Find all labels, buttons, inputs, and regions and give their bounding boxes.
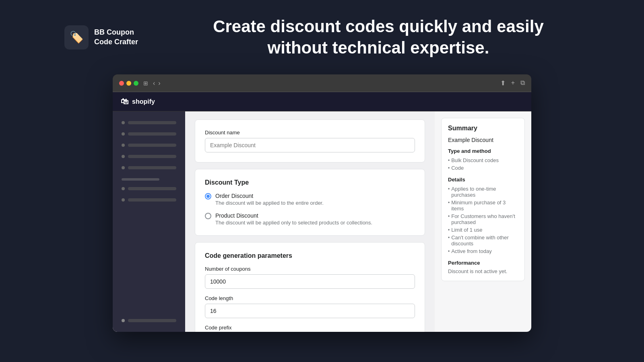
summary-discount-name: Example Discount: [448, 137, 518, 143]
code-generation-title: Code generation parameters: [205, 252, 415, 259]
discount-type-radio-group: Order Discount The discount will be appl…: [205, 193, 415, 226]
shopify-bag-icon: 🛍: [121, 97, 129, 106]
back-button[interactable]: ‹: [153, 80, 155, 87]
summary-title: Summary: [448, 125, 518, 132]
sidebar-item-1[interactable]: [118, 118, 180, 128]
sidebar-dot-1: [122, 121, 125, 124]
radio-product-discount[interactable]: Product Discount The discount will be ap…: [205, 212, 415, 226]
window-layout-icon[interactable]: ⊞: [143, 80, 148, 86]
app-name-line2: Code Crafter: [94, 38, 138, 46]
sidebar-bottom-item[interactable]: [118, 316, 180, 325]
summary-detail-2: Minimum purchase of 3 items: [448, 199, 518, 212]
radio-product-desc: The discount will be applied only to sel…: [215, 220, 372, 226]
sidebar-dot-2: [122, 132, 125, 136]
sidebar-label-2: [128, 132, 176, 136]
code-length-input[interactable]: [205, 304, 415, 318]
sidebar-label-1: [128, 121, 176, 124]
logo-block: 🏷️ BB Coupon Code Crafter: [64, 25, 153, 49]
summary-details-list: Applies to one-time purchases Minimum pu…: [448, 185, 518, 255]
discount-name-input[interactable]: [205, 138, 415, 152]
summary-type-method-title: Type and method: [448, 148, 518, 154]
shopify-text: shopify: [132, 98, 155, 105]
summary-performance-text: Discount is not active yet.: [448, 268, 518, 274]
summary-performance-title: Performance: [448, 260, 518, 266]
summary-detail-4: Limit of 1 use: [448, 226, 518, 234]
sidebar-dot-5: [122, 166, 125, 169]
radio-order-discount[interactable]: Order Discount The discount will be appl…: [205, 193, 415, 206]
num-coupons-input[interactable]: [205, 274, 415, 289]
dot-green[interactable]: [134, 81, 138, 86]
code-prefix-label: Code prefix: [205, 325, 415, 331]
sidebar-sub-item-1[interactable]: [118, 184, 180, 193]
discount-name-label: Discount name: [205, 130, 415, 136]
sidebar-sub-label-1: [128, 187, 176, 190]
copy-icon[interactable]: ⧉: [520, 79, 525, 87]
summary-type-method-list: Bulk Discount codes Code: [448, 156, 518, 172]
code-prefix-group: Code prefix: [205, 325, 415, 332]
summary-type-item-1: Bulk Discount codes: [448, 156, 518, 164]
radio-product-label: Product Discount: [215, 212, 372, 219]
radio-order-circle: [205, 193, 211, 200]
main-form-area: Discount name Discount Type Order Discou…: [185, 111, 435, 332]
sidebar-bottom-label: [128, 319, 176, 322]
sidebar-bottom-dot: [122, 319, 125, 322]
app-name-line1: BB Coupon: [94, 28, 134, 36]
shopify-logo: 🛍 shopify: [121, 97, 155, 106]
dot-red[interactable]: [119, 81, 124, 86]
shopify-navbar: 🛍 shopify: [113, 92, 531, 111]
forward-button[interactable]: ›: [158, 80, 160, 87]
sidebar-sub-dot-1: [122, 187, 125, 190]
top-section: 🏷️ BB Coupon Code Crafter Create discoun…: [0, 0, 644, 74]
sidebar-dot-4: [122, 155, 125, 158]
radio-product-circle: [205, 213, 211, 219]
summary-detail-3: For Customers who haven't purchased: [448, 212, 518, 226]
num-coupons-group: Number of coupons: [205, 266, 415, 289]
sidebar-item-2[interactable]: [118, 129, 180, 139]
browser-nav: ‹ ›: [153, 80, 161, 87]
num-coupons-label: Number of coupons: [205, 266, 415, 272]
app-name: BB Coupon Code Crafter: [94, 28, 138, 47]
browser-content: Discount name Discount Type Order Discou…: [113, 111, 531, 332]
summary-detail-5: Can't combine with other discounts: [448, 234, 518, 247]
sidebar-item-3[interactable]: [118, 140, 180, 150]
discount-type-title: Discount Type: [205, 179, 415, 186]
discount-type-card: Discount Type Order Discount The discoun…: [195, 169, 425, 236]
radio-order-desc: The discount will be applied to the enti…: [215, 200, 324, 206]
hero-text: Create discount codes quickly and easily…: [177, 16, 580, 58]
discount-name-group: Discount name: [205, 130, 415, 152]
sidebar-section-divider: [122, 178, 159, 181]
summary-type-item-2: Code: [448, 164, 518, 172]
code-generation-card: Code generation parameters Number of cou…: [195, 242, 425, 332]
hero-text-line1: Create discount codes quickly and easily: [213, 17, 544, 36]
sidebar-item-5[interactable]: [118, 163, 180, 173]
sidebar-sub-item-2[interactable]: [118, 195, 180, 205]
sidebar-sub-dot-2: [122, 198, 125, 202]
hero-text-line2: without technical expertise.: [268, 38, 489, 57]
new-tab-icon[interactable]: +: [511, 79, 515, 87]
browser-dots: [119, 81, 138, 86]
summary-card: Summary Example Discount Type and method…: [441, 118, 525, 281]
radio-order-label: Order Discount: [215, 193, 324, 199]
sidebar-sub-label-2: [128, 198, 176, 202]
sidebar-label-4: [128, 155, 176, 158]
radio-product-text: Product Discount The discount will be ap…: [215, 212, 372, 226]
sidebar: [113, 111, 185, 332]
summary-detail-6: Active from today: [448, 247, 518, 255]
code-length-label: Code length: [205, 295, 415, 301]
summary-details-title: Details: [448, 177, 518, 183]
sidebar-label-5: [128, 166, 176, 169]
discount-name-card: Discount name: [195, 119, 425, 162]
summary-panel: Summary Example Discount Type and method…: [435, 111, 531, 332]
sidebar-label-3: [128, 144, 176, 147]
summary-detail-1: Applies to one-time purchases: [448, 185, 518, 199]
radio-order-text: Order Discount The discount will be appl…: [215, 193, 324, 206]
code-length-group: Code length: [205, 295, 415, 318]
browser-toolbar: ⊞ ‹ › ⬆ + ⧉: [113, 74, 531, 92]
dot-yellow[interactable]: [126, 81, 131, 86]
sidebar-item-4[interactable]: [118, 152, 180, 161]
sidebar-dot-3: [122, 144, 125, 147]
browser-window: ⊞ ‹ › ⬆ + ⧉ 🛍 shopify: [113, 74, 531, 332]
share-icon[interactable]: ⬆: [500, 79, 506, 87]
browser-right-controls: ⬆ + ⧉: [500, 79, 525, 87]
app-logo-icon: 🏷️: [64, 25, 89, 49]
